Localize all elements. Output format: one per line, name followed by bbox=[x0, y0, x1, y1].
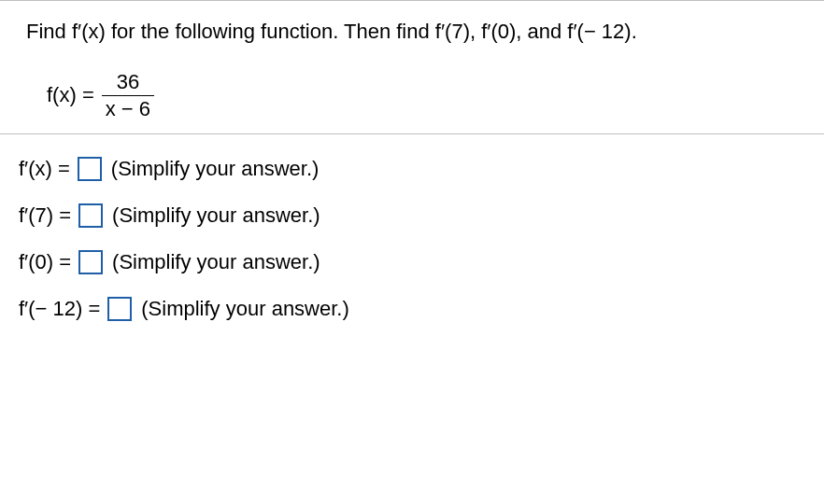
answer-label: f′(− 12) = bbox=[19, 297, 100, 321]
answer-input-fprime-0[interactable] bbox=[78, 250, 103, 274]
answer-input-fprime-x[interactable] bbox=[78, 157, 102, 181]
answer-row-fprime-7: f′(7) = (Simplify your answer.) bbox=[19, 203, 798, 228]
answer-row-fprime-0: f′(0) = (Simplify your answer.) bbox=[19, 250, 798, 274]
answer-input-fprime-neg12[interactable] bbox=[107, 297, 132, 321]
fraction-denominator: x − 6 bbox=[102, 95, 154, 120]
function-definition: f(x) = 36 x − 6 bbox=[47, 71, 798, 120]
problem-section: Find f′(x) for the following function. T… bbox=[0, 1, 824, 133]
answer-input-fprime-7[interactable] bbox=[78, 203, 103, 228]
problem-prompt: Find f′(x) for the following function. T… bbox=[26, 18, 798, 47]
function-label: f(x) = bbox=[47, 83, 94, 107]
answer-hint: (Simplify your answer.) bbox=[112, 203, 320, 228]
answer-hint: (Simplify your answer.) bbox=[141, 297, 349, 321]
answer-section: f′(x) = (Simplify your answer.) f′(7) = … bbox=[0, 134, 824, 321]
fraction: 36 x − 6 bbox=[102, 71, 154, 120]
answer-label: f′(x) = bbox=[19, 157, 70, 181]
answer-row-fprime-x: f′(x) = (Simplify your answer.) bbox=[19, 157, 798, 181]
answer-hint: (Simplify your answer.) bbox=[112, 250, 320, 274]
answer-label: f′(0) = bbox=[19, 250, 71, 274]
answer-hint: (Simplify your answer.) bbox=[111, 157, 320, 181]
fraction-numerator: 36 bbox=[113, 71, 143, 95]
answer-label: f′(7) = bbox=[19, 203, 71, 228]
answer-row-fprime-neg12: f′(− 12) = (Simplify your answer.) bbox=[19, 297, 798, 321]
